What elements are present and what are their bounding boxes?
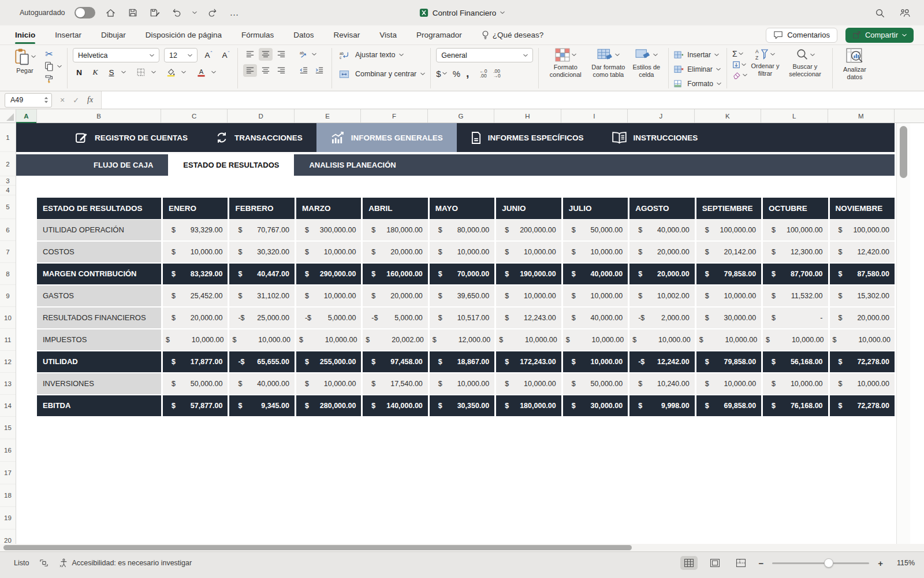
page-layout-view-icon[interactable]	[706, 556, 724, 570]
value-cell[interactable]: $10,000.00	[696, 286, 761, 306]
value-cell[interactable]: $72,278.00	[830, 395, 895, 416]
row-header-6[interactable]: 6	[0, 219, 16, 241]
table-title-cell[interactable]: ESTADO DE RESULTADOS	[37, 198, 161, 219]
tab-datos[interactable]: Datos	[293, 31, 314, 39]
value-cell[interactable]: $20,000.00	[163, 307, 228, 328]
value-cell[interactable]: $140,000.00	[363, 395, 427, 416]
value-cell[interactable]: $10,000.00	[696, 329, 761, 350]
value-cell[interactable]: $70,767.00	[229, 220, 294, 240]
align-right-icon[interactable]	[274, 64, 288, 77]
undo-icon[interactable]	[170, 6, 183, 19]
value-cell[interactable]: -$65,655.00	[229, 351, 294, 372]
nav-tab-informes-especificos[interactable]: INFORMES ESPECÍFICOS	[457, 123, 598, 152]
row-header-10[interactable]: 10	[0, 307, 16, 329]
row-header-2[interactable]: 2	[0, 152, 16, 176]
value-cell[interactable]: $-	[763, 307, 828, 328]
autosave-toggle[interactable]	[74, 7, 95, 18]
font-color-icon[interactable]: A	[194, 66, 208, 78]
row-header-3[interactable]: 3	[0, 176, 16, 186]
value-cell[interactable]: $72,278.00	[830, 351, 895, 372]
value-cell[interactable]: $17,540.00	[363, 373, 427, 394]
value-cell[interactable]: -$12,242.00	[629, 351, 694, 372]
value-cell[interactable]: $40,447.00	[229, 264, 294, 284]
sheet-tab-analisis-planeacion[interactable]: ANALISIS PLANEACIÓN	[294, 154, 411, 176]
row-label-margen-contribucion[interactable]: MARGEN CONTRIBUCIÓN	[37, 264, 161, 284]
value-cell[interactable]: $10,000.00	[563, 286, 628, 306]
value-cell[interactable]: $79,858.00	[696, 351, 761, 372]
value-cell[interactable]: $255,000.00	[296, 351, 361, 372]
column-header-a[interactable]: A	[16, 109, 37, 123]
chevron-down-icon[interactable]	[500, 11, 505, 14]
font-name-select[interactable]: Helvetica	[73, 48, 159, 62]
orientation-icon[interactable]: ab	[297, 48, 311, 61]
value-cell[interactable]: $30,350.00	[430, 395, 494, 416]
value-cell[interactable]: $25,452.00	[163, 286, 228, 306]
value-cell[interactable]: $180,000.00	[363, 220, 427, 240]
home-icon[interactable]	[105, 6, 117, 19]
row-label-resultados-financieros[interactable]: RESULTADOS FINANCIEROS	[37, 307, 161, 328]
cell-styles-button[interactable]: Estilos de celda	[629, 48, 663, 79]
row-label-inversiones[interactable]: INVERSIONES	[37, 373, 161, 394]
value-cell[interactable]: $76,168.00	[763, 395, 828, 416]
percent-format-icon[interactable]: %	[453, 69, 460, 79]
grow-font-button[interactable]: Aˆ	[202, 49, 215, 62]
nav-tab-informes-generales[interactable]: INFORMES GENERALES	[316, 123, 457, 152]
tab-formulas[interactable]: Fórmulas	[241, 31, 274, 39]
zoom-slider-knob[interactable]	[824, 558, 833, 568]
delete-cells-button[interactable]: Eliminar	[674, 64, 721, 75]
sort-filter-button[interactable]: AZ Ordenar y filtrar	[747, 48, 783, 77]
value-cell[interactable]: $10,000.00	[163, 242, 228, 262]
align-top-icon[interactable]	[243, 48, 257, 61]
value-cell[interactable]: $87,580.00	[830, 264, 895, 284]
insert-cells-button[interactable]: Insertar	[674, 49, 721, 61]
value-cell[interactable]: $79,858.00	[696, 264, 761, 284]
save-as-icon[interactable]	[148, 6, 161, 19]
value-cell[interactable]: $50,000.00	[563, 220, 628, 240]
fill-color-icon[interactable]	[164, 66, 178, 78]
chevron-down-icon[interactable]	[211, 71, 216, 74]
chevron-down-icon[interactable]	[121, 71, 126, 74]
value-cell[interactable]: $12,243.00	[496, 307, 561, 328]
wrap-text-button[interactable]: abc Ajustar texto	[337, 48, 425, 62]
tab-dibujar[interactable]: Dibujar	[101, 31, 126, 39]
value-cell[interactable]: $180,000.00	[496, 395, 561, 416]
format-painter-icon[interactable]	[42, 73, 56, 85]
column-header-e[interactable]: E	[295, 109, 361, 123]
column-header-c[interactable]: C	[161, 109, 228, 123]
share-button[interactable]: Compartir	[845, 28, 914, 43]
row-label-ebitda[interactable]: EBITDA	[37, 395, 161, 416]
chevron-down-icon[interactable]	[181, 71, 186, 74]
sheet-canvas[interactable]: REGISTRO DE CUENTASTRANSACCIONESINFORMES…	[16, 123, 896, 544]
column-header-j[interactable]: J	[628, 109, 694, 123]
value-cell[interactable]: $10,517.00	[430, 307, 494, 328]
select-all-corner[interactable]	[0, 109, 16, 123]
value-cell[interactable]: $200,000.00	[496, 220, 561, 240]
currency-format-icon[interactable]: $	[436, 69, 441, 79]
comma-format-icon[interactable]: ,	[466, 67, 469, 80]
value-cell[interactable]: $10,000.00	[496, 329, 561, 350]
value-cell[interactable]: $20,000.00	[363, 286, 427, 306]
month-header-junio[interactable]: JUNIO	[496, 198, 561, 219]
value-cell[interactable]: $20,002.00	[363, 329, 427, 350]
align-left-icon[interactable]	[243, 64, 257, 77]
value-cell[interactable]: $12,420.00	[830, 242, 895, 262]
column-header-k[interactable]: K	[695, 109, 761, 123]
increase-decimal-icon[interactable]: .00→0	[493, 69, 501, 79]
zoom-level[interactable]: 115%	[892, 559, 915, 567]
value-cell[interactable]: $10,000.00	[629, 329, 694, 350]
value-cell[interactable]: $10,000.00	[496, 373, 561, 394]
paste-button[interactable]: Pegar	[10, 48, 40, 75]
value-cell[interactable]: $10,000.00	[296, 329, 361, 350]
font-size-select[interactable]: 12	[164, 48, 198, 62]
row-label-gastos[interactable]: GASTOS	[37, 286, 161, 306]
tab-disposicion-de-pagina[interactable]: Disposición de página	[146, 31, 222, 39]
horizontal-scroll-thumb[interactable]	[3, 545, 632, 550]
align-middle-icon[interactable]	[259, 48, 273, 61]
merge-center-button[interactable]: Combinar y centrar	[337, 67, 425, 81]
row-header-5[interactable]: 5	[0, 195, 16, 219]
value-cell[interactable]: $100,000.00	[763, 220, 828, 240]
column-header-h[interactable]: H	[494, 109, 561, 123]
value-cell[interactable]: $40,000.00	[563, 307, 628, 328]
month-header-marzo[interactable]: MARZO	[296, 198, 361, 219]
value-cell[interactable]: $12,000.00	[430, 329, 494, 350]
